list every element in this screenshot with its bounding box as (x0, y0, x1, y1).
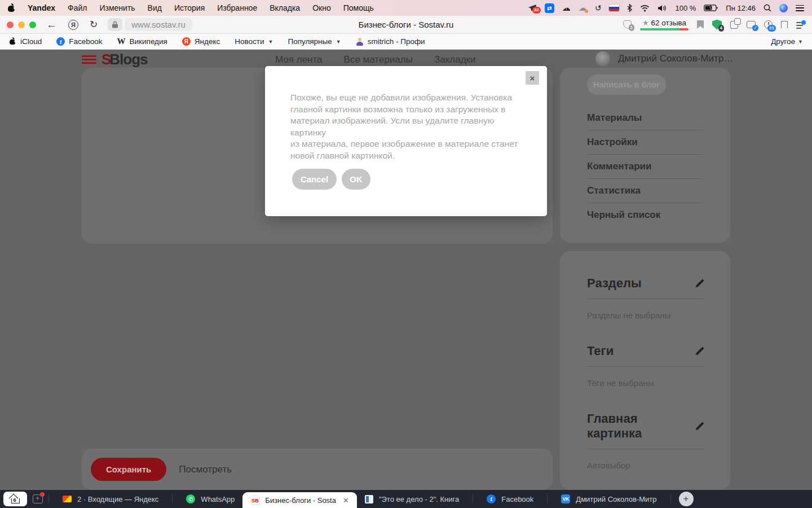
macos-menubar: Yandex Файл Изменить Вид История Избранн… (0, 0, 812, 16)
history-badge: 21 (767, 25, 776, 32)
shield-badge: 4 (718, 25, 724, 32)
close-icon[interactable]: × (526, 71, 539, 85)
site-security-button[interactable] (108, 18, 122, 31)
cloud-sync-icon[interactable]: ☁ (579, 3, 587, 13)
bookmarks-other[interactable]: Другое▼ (771, 37, 803, 46)
battery-percent: 100 % (675, 4, 696, 12)
sidebar-item-settings[interactable]: Настройки (587, 130, 703, 155)
bookmarks-flag-icon[interactable] (781, 21, 788, 28)
chevron-down-icon: ▼ (798, 39, 803, 45)
menu-edit[interactable]: Изменить (99, 3, 135, 12)
bookmark-popular[interactable]: Популярные▼ (288, 37, 341, 46)
menu-view[interactable]: Вид (148, 3, 162, 12)
menu-help[interactable]: Помощь (343, 3, 374, 12)
tab-vk[interactable]: VK Дмитрий Соколов-Митр (553, 490, 664, 508)
new-window-icon[interactable] (33, 494, 43, 503)
protect-shield-icon[interactable]: 4 (712, 20, 722, 30)
star-icon: ★ (642, 19, 649, 27)
bookmark-icon[interactable] (697, 20, 704, 29)
sidebar-item-comments[interactable]: Комментарии (587, 155, 703, 179)
tab-mail[interactable]: 2 · Входящие — Яндекс (55, 490, 166, 508)
screenshot-icon[interactable]: ✓ (747, 21, 756, 28)
wifi-icon[interactable] (640, 5, 650, 12)
tab-close-icon[interactable]: ✕ (343, 496, 349, 505)
reviews-count: 62 отзыва (651, 19, 687, 27)
preview-link[interactable]: Посмотреть (179, 464, 232, 475)
facebook-icon: f (56, 37, 65, 46)
history-clock-icon[interactable]: 21 (764, 20, 773, 29)
cancel-button[interactable]: Cancel (292, 169, 337, 190)
siri-icon[interactable] (779, 4, 788, 12)
edit-main-image-icon[interactable] (695, 422, 704, 431)
volume-icon[interactable] (657, 5, 667, 12)
user-menu[interactable]: Дмитрий Соколов-Митр… (595, 51, 733, 66)
window-minimize-button[interactable] (18, 21, 25, 28)
edit-sections-icon[interactable] (695, 279, 704, 288)
sections-title: Разделы (587, 276, 642, 291)
site-reviews-button[interactable]: ★62 отзыва (640, 19, 689, 30)
bookmark-icloud[interactable]: iCloud (9, 37, 42, 46)
back-button[interactable]: ← (46, 19, 57, 31)
page-title: Бизнес-блоги - Sostav.ru (359, 20, 454, 29)
extension-icon[interactable]: 1 (623, 20, 632, 29)
nav-bookmarks[interactable]: Закладки (434, 54, 476, 65)
avatar (595, 51, 610, 66)
bluetooth-icon[interactable] (627, 4, 632, 12)
time-machine-icon[interactable]: ↺ (595, 3, 602, 12)
menu-favorites[interactable]: Избранное (217, 3, 257, 12)
cloud-alert-icon[interactable]: ☁! (562, 3, 571, 13)
bookmark-yandex[interactable]: ЯЯндекс (182, 37, 220, 46)
tab-whatsapp[interactable]: ✆ WhatsApp (178, 490, 242, 508)
hamburger-menu-icon[interactable] (82, 55, 96, 64)
bookmark-news[interactable]: Новости▼ (235, 37, 273, 46)
bookmark-wikipedia[interactable]: WВикипедия (117, 37, 167, 46)
book-icon (365, 495, 373, 503)
nav-all-materials[interactable]: Все материалы (344, 54, 413, 65)
browser-tab-bar: 6 2 · Входящие — Яндекс ✆ WhatsApp SB Би… (0, 490, 812, 508)
menu-app-name[interactable]: Yandex (28, 3, 55, 12)
apple-logo-icon[interactable] (8, 4, 15, 12)
sidebar-item-materials[interactable]: Материалы (587, 106, 703, 130)
browser-menu-icon[interactable] (796, 21, 805, 28)
menu-tab[interactable]: Вкладка (270, 3, 300, 12)
sblogs-logo[interactable]: SBlogs (102, 51, 148, 68)
tab-book[interactable]: "Это ее дело - 2". Книга (357, 490, 467, 508)
yandex-mail-icon (63, 496, 72, 502)
save-button[interactable]: Сохранить (91, 458, 166, 481)
chevron-down-icon: ▼ (336, 39, 341, 45)
ok-button[interactable]: OK (342, 169, 370, 190)
menu-history[interactable]: История (174, 3, 205, 12)
new-tab-button[interactable]: + (679, 492, 694, 506)
menu-file[interactable]: Файл (68, 3, 87, 12)
address-bar[interactable]: www.sostav.ru (125, 18, 192, 31)
telegram-icon[interactable]: 32 (528, 4, 537, 12)
sidebar-item-statistics[interactable]: Статистика (587, 179, 703, 203)
window-zoom-button[interactable] (29, 21, 36, 28)
tab-facebook[interactable]: f Facebook (479, 490, 541, 508)
nav-my-feed[interactable]: Моя лента (275, 54, 323, 65)
apple-icon (10, 38, 16, 45)
sections-block: Разделы Разделы не выбраны (587, 251, 704, 320)
bookmark-facebook[interactable]: fFacebook (56, 37, 102, 46)
wikipedia-icon: W (117, 37, 126, 46)
extension-badge: 1 (629, 24, 634, 31)
spotlight-icon[interactable] (764, 4, 771, 12)
tab-sostav-active[interactable]: SB Бизнес-блоги - Sosta ✕ (242, 492, 357, 508)
menu-window[interactable]: Окно (312, 3, 331, 12)
yandex-icon: Я (182, 37, 191, 46)
edit-tags-icon[interactable] (695, 347, 704, 356)
sidebar-item-blacklist[interactable]: Черный список (587, 203, 703, 227)
keyboard-layout-flag-icon[interactable] (609, 5, 619, 11)
main-image-title: Главная картинка (587, 411, 695, 441)
yandex-button[interactable]: Я (68, 20, 78, 30)
reload-button[interactable]: ↻ (90, 19, 98, 30)
write-blog-button[interactable]: Написать в блог (587, 75, 666, 95)
menubar-clock[interactable]: Пн 12:46 (726, 4, 756, 12)
teamviewer-icon[interactable]: ⇄ (545, 3, 554, 13)
notification-center-icon[interactable] (796, 5, 804, 11)
browser-toolbar: ← Я ↻ www.sostav.ru Бизнес-блоги - Sosta… (0, 16, 812, 34)
window-close-button[interactable] (7, 21, 14, 28)
tabs-copy-icon[interactable] (730, 21, 738, 29)
home-tabs-button[interactable]: 6 (3, 492, 27, 506)
bookmark-smitrich[interactable]: smitrich - Профи (356, 37, 425, 46)
